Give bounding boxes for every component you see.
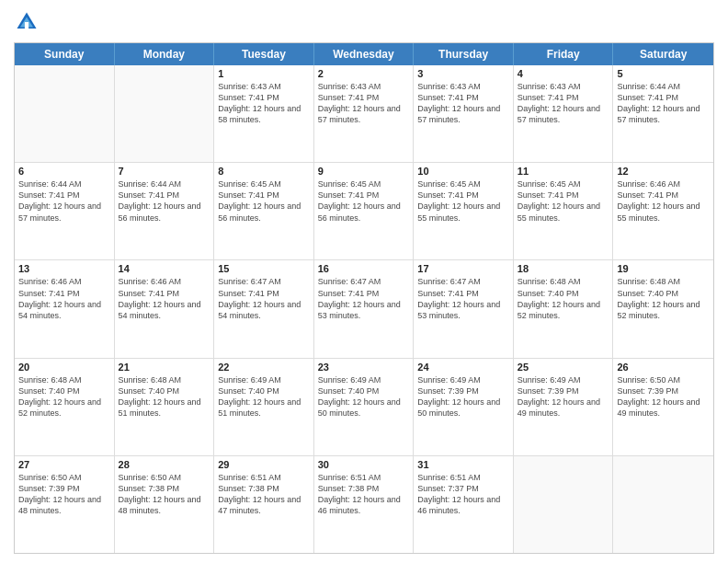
day-number: 27 bbox=[18, 459, 110, 470]
calendar-cell: 23Sunrise: 6:49 AMSunset: 7:40 PMDayligh… bbox=[314, 359, 415, 455]
day-info: Sunrise: 6:44 AMSunset: 7:41 PMDaylight:… bbox=[119, 178, 210, 224]
day-info: Sunrise: 6:51 AMSunset: 7:38 PMDaylight:… bbox=[318, 472, 410, 517]
calendar-week-2: 6Sunrise: 6:44 AMSunset: 7:41 PMDaylight… bbox=[15, 163, 713, 260]
day-info: Sunrise: 6:48 AMSunset: 7:40 PMDaylight:… bbox=[617, 276, 710, 321]
calendar-page: SundayMondayTuesdayWednesdayThursdayFrid… bbox=[0, 0, 728, 563]
day-info: Sunrise: 6:51 AMSunset: 7:37 PMDaylight:… bbox=[417, 472, 509, 517]
header-day-saturday: Saturday bbox=[613, 43, 713, 65]
day-info: Sunrise: 6:49 AMSunset: 7:39 PMDaylight:… bbox=[518, 374, 609, 419]
day-info: Sunrise: 6:45 AMSunset: 7:41 PMDaylight:… bbox=[218, 178, 310, 224]
day-number: 4 bbox=[518, 68, 609, 79]
calendar-cell: 10Sunrise: 6:45 AMSunset: 7:41 PMDayligh… bbox=[414, 163, 514, 259]
day-number: 12 bbox=[617, 166, 710, 177]
day-number: 21 bbox=[119, 362, 210, 373]
header-day-friday: Friday bbox=[514, 43, 614, 65]
day-number: 6 bbox=[18, 166, 110, 177]
day-number: 19 bbox=[617, 263, 710, 274]
logo bbox=[14, 9, 43, 35]
calendar-cell: 8Sunrise: 6:45 AMSunset: 7:41 PMDaylight… bbox=[214, 163, 314, 259]
day-info: Sunrise: 6:46 AMSunset: 7:41 PMDaylight:… bbox=[617, 178, 710, 224]
day-number: 23 bbox=[318, 362, 410, 373]
calendar-cell: 3Sunrise: 6:43 AMSunset: 7:41 PMDaylight… bbox=[414, 65, 514, 162]
calendar-cell bbox=[115, 65, 215, 162]
calendar-cell: 22Sunrise: 6:49 AMSunset: 7:40 PMDayligh… bbox=[214, 359, 314, 455]
header-day-thursday: Thursday bbox=[414, 43, 514, 65]
day-number: 8 bbox=[218, 166, 310, 177]
day-info: Sunrise: 6:48 AMSunset: 7:40 PMDaylight:… bbox=[18, 374, 110, 419]
calendar-cell: 7Sunrise: 6:44 AMSunset: 7:41 PMDaylight… bbox=[115, 163, 215, 259]
day-info: Sunrise: 6:46 AMSunset: 7:41 PMDaylight:… bbox=[119, 276, 210, 321]
day-info: Sunrise: 6:44 AMSunset: 7:41 PMDaylight:… bbox=[18, 178, 110, 224]
day-number: 2 bbox=[318, 68, 410, 79]
day-info: Sunrise: 6:45 AMSunset: 7:41 PMDaylight:… bbox=[518, 178, 609, 224]
calendar-cell bbox=[613, 456, 713, 553]
day-number: 29 bbox=[218, 459, 310, 470]
calendar-cell bbox=[15, 65, 115, 162]
calendar-cell: 16Sunrise: 6:47 AMSunset: 7:41 PMDayligh… bbox=[314, 260, 415, 357]
calendar-header: SundayMondayTuesdayWednesdayThursdayFrid… bbox=[15, 43, 713, 65]
calendar-cell: 1Sunrise: 6:43 AMSunset: 7:41 PMDaylight… bbox=[214, 65, 314, 162]
page-header bbox=[14, 9, 714, 35]
calendar-cell: 15Sunrise: 6:47 AMSunset: 7:41 PMDayligh… bbox=[214, 260, 314, 357]
calendar-cell: 4Sunrise: 6:43 AMSunset: 7:41 PMDaylight… bbox=[514, 65, 614, 162]
calendar-cell: 9Sunrise: 6:45 AMSunset: 7:41 PMDaylight… bbox=[314, 163, 415, 259]
day-number: 30 bbox=[318, 459, 410, 470]
header-day-monday: Monday bbox=[115, 43, 215, 65]
calendar-week-5: 27Sunrise: 6:50 AMSunset: 7:39 PMDayligh… bbox=[15, 456, 713, 553]
calendar: SundayMondayTuesdayWednesdayThursdayFrid… bbox=[14, 42, 714, 554]
calendar-week-4: 20Sunrise: 6:48 AMSunset: 7:40 PMDayligh… bbox=[15, 359, 713, 456]
day-number: 28 bbox=[119, 459, 210, 470]
day-number: 15 bbox=[218, 263, 310, 274]
day-info: Sunrise: 6:49 AMSunset: 7:39 PMDaylight:… bbox=[417, 374, 509, 419]
day-info: Sunrise: 6:43 AMSunset: 7:41 PMDaylight:… bbox=[518, 81, 609, 126]
calendar-cell: 29Sunrise: 6:51 AMSunset: 7:38 PMDayligh… bbox=[214, 456, 314, 553]
day-number: 9 bbox=[318, 166, 410, 177]
day-number: 13 bbox=[18, 263, 110, 274]
calendar-cell: 6Sunrise: 6:44 AMSunset: 7:41 PMDaylight… bbox=[15, 163, 115, 259]
calendar-cell: 17Sunrise: 6:47 AMSunset: 7:41 PMDayligh… bbox=[414, 260, 514, 357]
calendar-cell: 21Sunrise: 6:48 AMSunset: 7:40 PMDayligh… bbox=[115, 359, 215, 455]
calendar-body: 1Sunrise: 6:43 AMSunset: 7:41 PMDaylight… bbox=[15, 65, 713, 553]
calendar-cell bbox=[514, 456, 614, 553]
day-info: Sunrise: 6:45 AMSunset: 7:41 PMDaylight:… bbox=[417, 178, 509, 224]
day-number: 10 bbox=[417, 166, 509, 177]
header-day-wednesday: Wednesday bbox=[314, 43, 415, 65]
day-info: Sunrise: 6:51 AMSunset: 7:38 PMDaylight:… bbox=[218, 472, 310, 517]
day-number: 14 bbox=[119, 263, 210, 274]
calendar-cell: 27Sunrise: 6:50 AMSunset: 7:39 PMDayligh… bbox=[15, 456, 115, 553]
calendar-cell: 13Sunrise: 6:46 AMSunset: 7:41 PMDayligh… bbox=[15, 260, 115, 357]
day-info: Sunrise: 6:44 AMSunset: 7:41 PMDaylight:… bbox=[617, 81, 710, 126]
calendar-cell: 20Sunrise: 6:48 AMSunset: 7:40 PMDayligh… bbox=[15, 359, 115, 455]
day-info: Sunrise: 6:48 AMSunset: 7:40 PMDaylight:… bbox=[518, 276, 609, 321]
day-info: Sunrise: 6:43 AMSunset: 7:41 PMDaylight:… bbox=[417, 81, 509, 126]
day-info: Sunrise: 6:47 AMSunset: 7:41 PMDaylight:… bbox=[417, 276, 509, 321]
day-number: 7 bbox=[119, 166, 210, 177]
day-info: Sunrise: 6:50 AMSunset: 7:38 PMDaylight:… bbox=[119, 472, 210, 517]
calendar-cell: 18Sunrise: 6:48 AMSunset: 7:40 PMDayligh… bbox=[514, 260, 614, 357]
svg-rect-2 bbox=[25, 22, 28, 29]
calendar-cell: 30Sunrise: 6:51 AMSunset: 7:38 PMDayligh… bbox=[314, 456, 415, 553]
day-number: 20 bbox=[18, 362, 110, 373]
day-number: 22 bbox=[218, 362, 310, 373]
calendar-week-3: 13Sunrise: 6:46 AMSunset: 7:41 PMDayligh… bbox=[15, 260, 713, 358]
calendar-cell: 31Sunrise: 6:51 AMSunset: 7:37 PMDayligh… bbox=[414, 456, 514, 553]
day-number: 17 bbox=[417, 263, 509, 274]
day-info: Sunrise: 6:49 AMSunset: 7:40 PMDaylight:… bbox=[318, 374, 410, 419]
day-info: Sunrise: 6:48 AMSunset: 7:40 PMDaylight:… bbox=[119, 374, 210, 419]
day-number: 5 bbox=[617, 68, 710, 79]
logo-icon bbox=[14, 9, 40, 35]
day-number: 1 bbox=[218, 68, 310, 79]
day-number: 24 bbox=[417, 362, 509, 373]
calendar-cell: 12Sunrise: 6:46 AMSunset: 7:41 PMDayligh… bbox=[613, 163, 713, 259]
day-number: 25 bbox=[518, 362, 609, 373]
day-info: Sunrise: 6:47 AMSunset: 7:41 PMDaylight:… bbox=[318, 276, 410, 321]
day-number: 16 bbox=[318, 263, 410, 274]
day-info: Sunrise: 6:50 AMSunset: 7:39 PMDaylight:… bbox=[18, 472, 110, 517]
calendar-cell: 14Sunrise: 6:46 AMSunset: 7:41 PMDayligh… bbox=[115, 260, 215, 357]
header-day-sunday: Sunday bbox=[15, 43, 115, 65]
calendar-cell: 28Sunrise: 6:50 AMSunset: 7:38 PMDayligh… bbox=[115, 456, 215, 553]
calendar-cell: 19Sunrise: 6:48 AMSunset: 7:40 PMDayligh… bbox=[613, 260, 713, 357]
calendar-cell: 26Sunrise: 6:50 AMSunset: 7:39 PMDayligh… bbox=[613, 359, 713, 455]
day-info: Sunrise: 6:46 AMSunset: 7:41 PMDaylight:… bbox=[18, 276, 110, 321]
day-info: Sunrise: 6:43 AMSunset: 7:41 PMDaylight:… bbox=[318, 81, 410, 126]
